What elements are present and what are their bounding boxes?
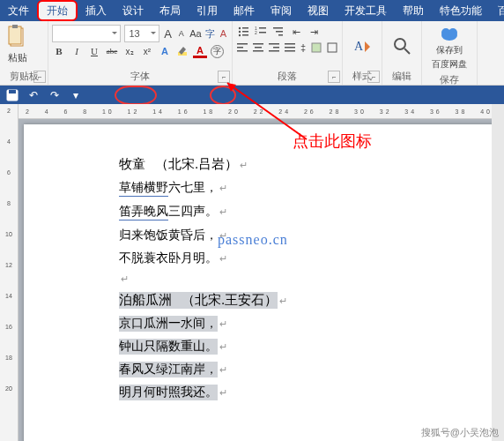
poem1-title: 牧童 （北宋.吕岩）↵ xyxy=(119,156,498,173)
multilevel-icon[interactable] xyxy=(271,25,285,39)
poem1-line1: 草铺横野六七里，↵ xyxy=(119,180,498,197)
text-effects-icon[interactable]: A xyxy=(158,44,172,58)
poem2-title: 泊船瓜洲 （北宋.王安石）↵ xyxy=(119,292,498,309)
svg-rect-19 xyxy=(237,43,248,45)
tab-help[interactable]: 帮助 xyxy=(395,0,432,21)
callout-text: 点击此图标 xyxy=(293,131,372,152)
subscript-button[interactable]: x₂ xyxy=(122,44,137,58)
align-right-icon[interactable] xyxy=(268,41,280,55)
svg-rect-7 xyxy=(242,27,248,29)
paragraph-launcher[interactable]: ⌐ xyxy=(328,71,340,83)
svg-rect-11 xyxy=(242,34,248,36)
font-color-icon[interactable]: A xyxy=(193,45,207,58)
vertical-scrollbar[interactable] xyxy=(492,104,504,441)
clipboard-launcher[interactable]: ⌐ xyxy=(33,71,46,83)
tab-baidu[interactable]: 百度网盘 xyxy=(490,0,504,21)
qat-save-icon[interactable] xyxy=(5,88,19,102)
find-icon xyxy=(392,36,411,56)
svg-rect-21 xyxy=(237,50,248,52)
phonetic-icon[interactable]: 字 xyxy=(205,26,215,41)
qat-redo-icon[interactable]: ↷ xyxy=(48,88,62,102)
svg-rect-28 xyxy=(285,43,295,45)
menu-tabs: 文件 开始 插入 设计 布局 引用 邮件 审阅 视图 开发工具 帮助 特色功能 … xyxy=(0,0,504,21)
tab-view[interactable]: 视图 xyxy=(300,0,337,21)
watermark: passneo.cn xyxy=(218,232,288,248)
cloud-icon xyxy=(440,25,459,42)
save-baidu-button[interactable]: 保存到 百度网盘 xyxy=(428,23,471,72)
styles-launcher[interactable]: ⌐ xyxy=(367,71,380,83)
styles-button[interactable]: A xyxy=(349,34,375,57)
font-group-label: 字体 xyxy=(52,69,228,85)
tab-special[interactable]: 特色功能 xyxy=(432,0,490,21)
paste-icon xyxy=(7,25,28,49)
inc-indent-icon[interactable]: ⇥ xyxy=(307,25,321,39)
save-baidu-l1: 保存到 xyxy=(436,44,463,56)
tab-insert[interactable]: 插入 xyxy=(78,0,115,21)
svg-line-35 xyxy=(404,49,410,54)
svg-rect-22 xyxy=(253,43,263,45)
tab-layout[interactable]: 布局 xyxy=(152,0,189,21)
paste-button[interactable]: 粘贴 xyxy=(4,23,32,69)
font-launcher[interactable]: ⌐ xyxy=(218,71,230,83)
svg-text:A: A xyxy=(354,40,364,53)
tab-home[interactable]: 开始 xyxy=(37,0,78,21)
justify-icon[interactable] xyxy=(284,41,296,55)
document-area: 2468101214161820 2 4 6 8 10 12 14 16 18 … xyxy=(0,104,504,441)
editing-group-label: 编辑 xyxy=(386,69,418,85)
qat-customize-icon[interactable]: ▾ xyxy=(69,88,83,102)
svg-rect-15 xyxy=(259,32,266,34)
horizontal-ruler: 2 4 6 8 10 12 14 16 18 20 22 24 26 28 30… xyxy=(19,104,504,119)
enclose-char-icon[interactable]: 字 xyxy=(211,45,224,58)
svg-rect-40 xyxy=(9,90,16,93)
svg-rect-27 xyxy=(269,50,279,52)
poem2-line1: 京口瓜洲一水间，↵ xyxy=(119,316,498,332)
dec-indent-icon[interactable]: ⇤ xyxy=(289,25,303,39)
tab-mailings[interactable]: 邮件 xyxy=(226,0,263,21)
grow-font-icon[interactable]: A xyxy=(163,26,173,41)
save-baidu-l2: 百度网盘 xyxy=(432,58,467,71)
editing-button[interactable] xyxy=(389,34,415,57)
align-center-icon[interactable] xyxy=(252,41,264,55)
font-size-select[interactable]: 13 xyxy=(124,25,159,42)
shrink-font-icon[interactable]: A xyxy=(176,26,186,41)
tab-developer[interactable]: 开发工具 xyxy=(337,0,395,21)
change-case-icon[interactable]: Aa xyxy=(189,26,201,41)
svg-rect-30 xyxy=(285,50,295,52)
credit: 搜狐号@小吴泡泡 xyxy=(421,426,499,439)
svg-rect-23 xyxy=(255,47,262,49)
paste-label: 粘贴 xyxy=(8,51,27,64)
svg-point-38 xyxy=(448,28,457,37)
svg-rect-24 xyxy=(253,50,263,52)
bullets-icon[interactable] xyxy=(236,25,250,39)
tab-review[interactable]: 审阅 xyxy=(263,0,300,21)
borders-icon[interactable] xyxy=(326,41,338,55)
align-left-icon[interactable] xyxy=(236,41,248,55)
tab-references[interactable]: 引用 xyxy=(189,0,226,21)
svg-text:2: 2 xyxy=(255,30,257,35)
tab-design[interactable]: 设计 xyxy=(115,0,152,21)
italic-button[interactable]: I xyxy=(70,44,84,58)
shading-icon[interactable] xyxy=(310,41,322,55)
line-spacing-icon[interactable]: ‡ xyxy=(300,41,307,55)
strike-button[interactable]: abc xyxy=(105,44,119,58)
qat-undo-icon[interactable]: ↶ xyxy=(26,88,41,102)
tab-file[interactable]: 文件 xyxy=(0,0,37,21)
numbering-icon[interactable]: 12 xyxy=(254,25,268,39)
page[interactable]: 牧童 （北宋.吕岩）↵ 草铺横野六七里，↵ 笛弄晚风三四声。↵ 归来饱饭黄昏后，… xyxy=(24,124,504,441)
svg-point-8 xyxy=(239,31,241,33)
svg-rect-18 xyxy=(278,34,283,36)
poem2-line2: 钟山只隔数重山。↵ xyxy=(119,339,498,355)
highlight-icon[interactable] xyxy=(175,44,189,58)
underline-button[interactable]: U xyxy=(87,44,101,58)
clear-format-icon[interactable]: A xyxy=(219,26,228,41)
font-name-select[interactable] xyxy=(52,25,121,42)
poem1-line2: 笛弄晚风三四声。↵ xyxy=(119,204,498,220)
svg-rect-17 xyxy=(276,31,283,33)
poem1-line3: 归来饱饭黄昏后，↵ xyxy=(119,228,498,243)
bold-button[interactable]: B xyxy=(52,44,66,58)
svg-rect-26 xyxy=(273,47,279,49)
superscript-button[interactable]: x² xyxy=(140,44,154,58)
svg-rect-9 xyxy=(242,31,248,33)
poem1-line4: 不脱蓑衣卧月明。↵ xyxy=(119,250,498,266)
svg-rect-3 xyxy=(9,26,21,44)
